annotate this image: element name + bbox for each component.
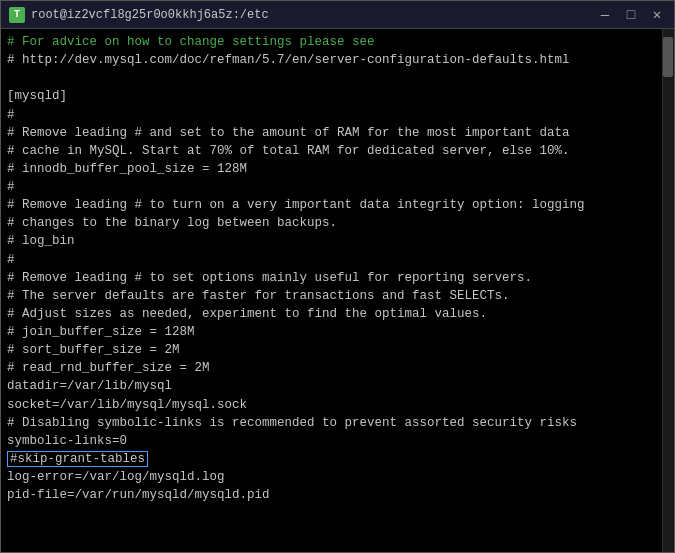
close-button[interactable]: ✕ [648,8,666,22]
window-controls[interactable]: — □ ✕ [596,8,666,22]
terminal-body: # For advice on how to change settings p… [1,29,674,552]
maximize-button[interactable]: □ [622,8,640,22]
terminal-line: socket=/var/lib/mysql/mysql.sock [7,396,654,414]
terminal-line: # [7,251,654,269]
terminal-line: # [7,106,654,124]
terminal-line: datadir=/var/lib/mysql [7,377,654,395]
terminal-content: # For advice on how to change settings p… [7,33,668,552]
title-bar-left: T root@iz2vcfl8g25r0o0kkhj6a5z:/etc [9,7,269,23]
terminal-line: symbolic-links=0 [7,432,654,450]
terminal-line: log-error=/var/log/mysqld.log [7,468,654,486]
terminal-line: # The server defaults are faster for tra… [7,287,654,305]
title-bar: T root@iz2vcfl8g25r0o0kkhj6a5z:/etc — □ … [1,1,674,29]
minimize-button[interactable]: — [596,8,614,22]
terminal-window: T root@iz2vcfl8g25r0o0kkhj6a5z:/etc — □ … [0,0,675,553]
terminal-line: pid-file=/var/run/mysqld/mysqld.pid [7,486,654,504]
terminal-line: # Remove leading # to set options mainly… [7,269,654,287]
window-title: root@iz2vcfl8g25r0o0kkhj6a5z:/etc [31,8,269,22]
terminal-line: # sort_buffer_size = 2M [7,341,654,359]
terminal-icon: T [9,7,25,23]
terminal-line: # Remove leading # to turn on a very imp… [7,196,654,214]
terminal-line: # innodb_buffer_pool_size = 128M [7,160,654,178]
terminal-line [7,541,654,553]
terminal-line: # join_buffer_size = 128M [7,323,654,341]
terminal-line: # read_rnd_buffer_size = 2M [7,359,654,377]
terminal-line [7,69,654,87]
scrollbar[interactable] [662,29,674,552]
terminal-line: # http://dev.mysql.com/doc/refman/5.7/en… [7,51,654,69]
highlighted-text: #skip-grant-tables [7,451,148,467]
terminal-line: # For advice on how to change settings p… [7,33,654,51]
terminal-line: #skip-grant-tables [7,450,654,468]
scrollbar-thumb[interactable] [663,37,673,77]
terminal-line: # Remove leading # and set to the amount… [7,124,654,142]
terminal-line: # Adjust sizes as needed, experiment to … [7,305,654,323]
terminal-line: [mysqld] [7,87,654,105]
terminal-line: # log_bin [7,232,654,250]
terminal-line: # Disabling symbolic-links is recommende… [7,414,654,432]
terminal-line: # [7,178,654,196]
terminal-line: # cache in MySQL. Start at 70% of total … [7,142,654,160]
terminal-line [7,504,654,522]
terminal-line: # changes to the binary log between back… [7,214,654,232]
terminal-line [7,522,654,540]
